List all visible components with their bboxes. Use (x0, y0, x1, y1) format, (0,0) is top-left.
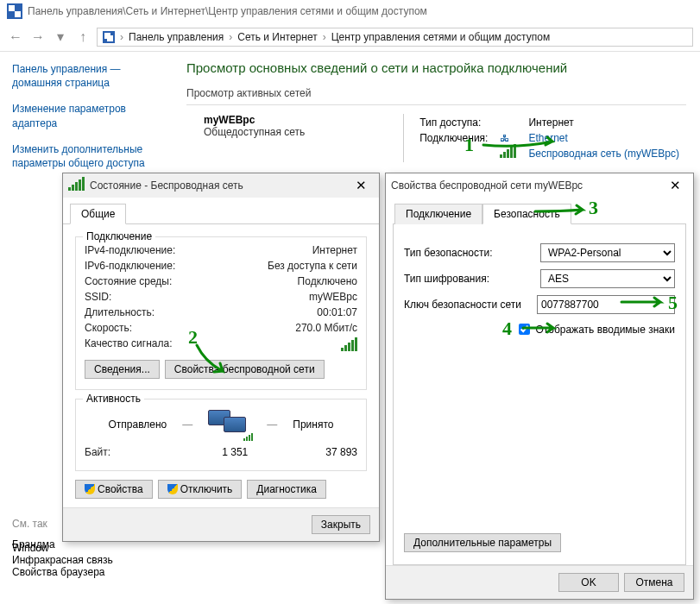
tab-connection[interactable]: Подключение (394, 204, 482, 224)
diagnostics-button[interactable]: Диагностика (247, 480, 326, 499)
sectype-label: Тип безопасности: (404, 247, 533, 259)
cancel-button[interactable]: Отмена (624, 573, 684, 592)
dropdown-history-icon[interactable]: ▾ (52, 28, 69, 45)
ok-button[interactable]: OK (558, 573, 619, 592)
duration-label: Длительность: (85, 306, 155, 318)
medium-value: Подключено (298, 275, 357, 287)
close-button[interactable]: Закрыть (312, 515, 370, 534)
close-icon[interactable]: ✕ (663, 178, 688, 193)
chevron-right-icon: › (120, 31, 123, 43)
titlebar: Панель управления\Сеть и Интернет\Центр … (0, 0, 700, 22)
group-connection: Подключение (83, 230, 155, 242)
crumb-2[interactable]: Сеть и Интернет (237, 31, 317, 43)
ethernet-link[interactable]: Ethernet (528, 132, 567, 144)
bytes-received: 37 893 (325, 446, 357, 458)
ipv6-value: Без доступа к сети (268, 260, 357, 272)
sent-label: Отправлено (109, 418, 167, 431)
chevron-right-icon: › (323, 31, 326, 43)
bytes-sent: 1 351 (222, 446, 248, 458)
enc-label: Тип шифрования: (404, 273, 533, 285)
show-chars-label: Отображать вводимые знаки (536, 324, 675, 336)
control-panel-icon (103, 31, 115, 43)
sidebar: Панель управления — домашняя страница Из… (0, 52, 173, 192)
wifi-icon (68, 180, 85, 191)
network-type: Общедоступная сеть (204, 126, 305, 138)
tab-general[interactable]: Общие (70, 204, 126, 224)
shield-icon (85, 484, 95, 494)
status-dialog: Состояние - Беспроводная сеть ✕ Общие По… (62, 173, 380, 542)
crumb-1[interactable]: Панель управления (129, 31, 224, 43)
connections-label: Подключения: (414, 131, 493, 145)
ssid-label: SSID: (85, 291, 111, 303)
show-chars-checkbox[interactable] (519, 324, 530, 335)
props-dialog-title: Свойства беспроводной сети myWEBpc (391, 179, 583, 192)
network-details: Тип доступа: Интернет Подключения: 🖧 Eth… (403, 114, 686, 162)
wireless-props-button[interactable]: Свойства беспроводной сети (165, 360, 325, 379)
chevron-right-icon: › (229, 31, 232, 43)
status-dialog-title: Состояние - Беспроводная сеть (90, 179, 243, 192)
address-text: Панель управления\Сеть и Интернет\Центр … (28, 5, 427, 17)
properties-button[interactable]: Свойства (75, 480, 153, 499)
content: Просмотр основных сведений о сети и наст… (173, 52, 700, 192)
page-title: Просмотр основных сведений о сети и наст… (186, 60, 686, 75)
browser-props-link[interactable]: Свойства браузера (12, 566, 167, 578)
ipv4-value: Интернет (312, 244, 357, 256)
details-button[interactable]: Сведения... (85, 360, 160, 379)
additional-params-button[interactable]: Дополнительные параметры (404, 533, 561, 552)
shield-icon (167, 484, 178, 494)
key-label: Ключ безопасности сети (404, 299, 530, 311)
sidebar-sharing[interactable]: Изменить дополнительные параметры общего… (12, 142, 161, 170)
sidebar-adapter[interactable]: Изменение параметров адаптера (12, 102, 161, 129)
group-activity: Активность (83, 393, 144, 405)
duration-value: 00:01:07 (317, 306, 357, 318)
forward-icon[interactable]: → (29, 29, 47, 45)
up-icon[interactable]: ↑ (74, 29, 91, 45)
signal-bars-icon (341, 337, 357, 351)
security-key-input[interactable] (537, 295, 675, 314)
ipv4-label: IPv4-подключение: (85, 244, 175, 256)
control-panel-icon (7, 3, 22, 19)
encryption-select[interactable]: AES (540, 269, 675, 288)
activity-icon (208, 410, 251, 439)
access-value: Интернет (523, 116, 684, 129)
signal-label: Качество сигнала: (85, 337, 172, 351)
wifi-icon (500, 148, 516, 158)
ipv6-label: IPv6-подключение: (85, 260, 175, 272)
wireless-props-dialog: Свойства беспроводной сети myWEBpc ✕ Под… (385, 173, 694, 600)
breadcrumb[interactable]: › Панель управления › Сеть и Интернет › … (97, 28, 693, 47)
wireless-link[interactable]: Беспроводная сеть (myWEBpc) (528, 148, 679, 160)
network-name: myWEBpc (204, 114, 305, 126)
nav-row: ← → ▾ ↑ › Панель управления › Сеть и Инт… (0, 22, 700, 52)
close-icon[interactable]: ✕ (349, 178, 374, 193)
security-type-select[interactable]: WPA2-Personal (540, 243, 675, 262)
received-label: Принято (293, 418, 333, 431)
speed-label: Скорость: (85, 322, 132, 334)
ssid-value: myWEBpc (309, 291, 357, 303)
bytes-label: Байт: (85, 446, 110, 458)
back-icon[interactable]: ← (7, 29, 24, 45)
ethernet-icon: 🖧 (500, 133, 509, 143)
speed-value: 270.0 Мбит/с (295, 322, 357, 334)
network-name-block: myWEBpc Общедоступная сеть (186, 114, 305, 162)
windows-link[interactable]: Window (12, 542, 167, 554)
tab-security[interactable]: Безопасность (482, 204, 571, 224)
sidebar-home[interactable]: Панель управления — домашняя страница (12, 62, 161, 90)
active-networks-label: Просмотр активных сетей (186, 87, 686, 99)
crumb-3[interactable]: Центр управления сетями и общим доступом (331, 31, 551, 43)
infrared-link[interactable]: Инфракрасная связь (12, 554, 167, 566)
access-label: Тип доступа: (414, 116, 493, 129)
medium-label: Состояние среды: (85, 275, 172, 287)
disable-button[interactable]: Отключить (158, 480, 243, 499)
